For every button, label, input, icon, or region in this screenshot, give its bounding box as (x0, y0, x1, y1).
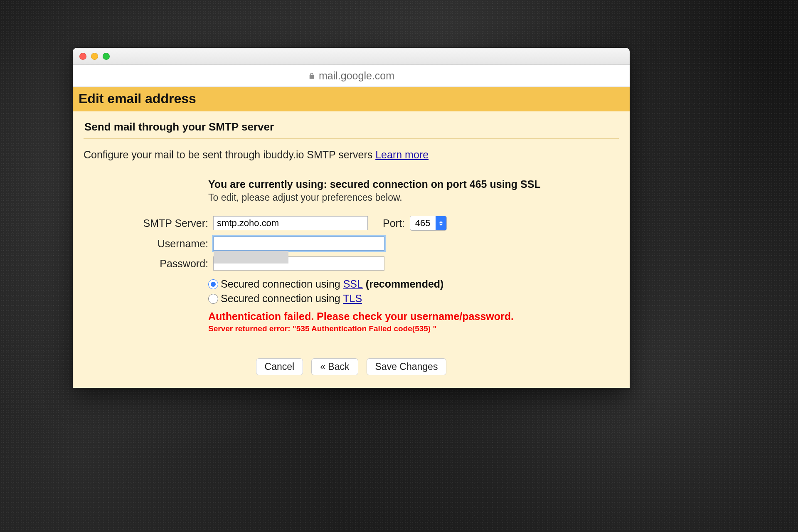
zoom-icon[interactable] (103, 53, 110, 60)
current-status: You are currently using: secured connect… (208, 178, 619, 203)
status-sub: To edit, please adjust your preferences … (208, 192, 619, 203)
address-host: mail.google.com (319, 70, 394, 82)
label-port: Port: (383, 217, 405, 229)
lock-icon (308, 71, 315, 80)
radio-icon (208, 294, 218, 304)
label-smtp: SMTP Server: (84, 217, 213, 229)
learn-more-link[interactable]: Learn more (375, 149, 429, 160)
page-header: Edit email address (73, 87, 630, 111)
radio-tls[interactable]: Secured connection using TLS (208, 293, 619, 305)
page-title: Edit email address (79, 91, 624, 106)
save-button[interactable]: Save Changes (367, 358, 447, 375)
error-message: Authentication failed. Please check your… (208, 310, 619, 333)
port-select[interactable]: 465 (410, 216, 447, 231)
close-icon[interactable] (79, 53, 86, 60)
smtp-settings-panel: Send mail through your SMTP server Confi… (73, 111, 630, 388)
label-username: Username: (84, 238, 213, 250)
error-main: Authentication failed. Please check your… (208, 310, 619, 323)
cancel-button[interactable]: Cancel (256, 358, 303, 375)
window-titlebar (73, 48, 630, 65)
button-row: Cancel « Back Save Changes (84, 358, 619, 375)
config-text: Configure your mail to be sent through i… (84, 149, 375, 160)
browser-window: mail.google.com Edit email address Send … (73, 48, 630, 388)
section-title: Send mail through your SMTP server (84, 121, 619, 133)
radio-tls-prefix: Secured connection using (221, 293, 343, 304)
row-username: Username: (84, 236, 619, 251)
port-group: Port: 465 (383, 216, 447, 231)
stepper-icon (436, 216, 446, 230)
connection-security-group: Secured connection using SSL (recommende… (208, 278, 619, 305)
ssl-link[interactable]: SSL (343, 278, 363, 290)
radio-icon (208, 279, 218, 289)
label-password: Password: (84, 258, 213, 270)
status-bold: You are currently using: secured connect… (208, 178, 619, 190)
radio-ssl-suffix: (recommended) (363, 278, 443, 290)
password-input[interactable] (213, 256, 384, 271)
row-password: Password: (84, 256, 619, 271)
username-input[interactable] (213, 236, 384, 251)
tls-link[interactable]: TLS (343, 293, 362, 304)
radio-ssl[interactable]: Secured connection using SSL (recommende… (208, 278, 619, 290)
config-description: Configure your mail to be sent through i… (84, 149, 619, 161)
radio-ssl-prefix: Secured connection using (221, 278, 343, 290)
divider (84, 138, 619, 139)
port-value: 465 (410, 218, 436, 229)
error-detail: Server returned error: "535 Authenticati… (208, 324, 619, 333)
address-bar[interactable]: mail.google.com (73, 65, 630, 87)
smtp-server-input[interactable] (213, 216, 368, 230)
row-smtp: SMTP Server: Port: 465 (84, 216, 619, 231)
minimize-icon[interactable] (91, 53, 98, 60)
back-button[interactable]: « Back (311, 358, 358, 375)
